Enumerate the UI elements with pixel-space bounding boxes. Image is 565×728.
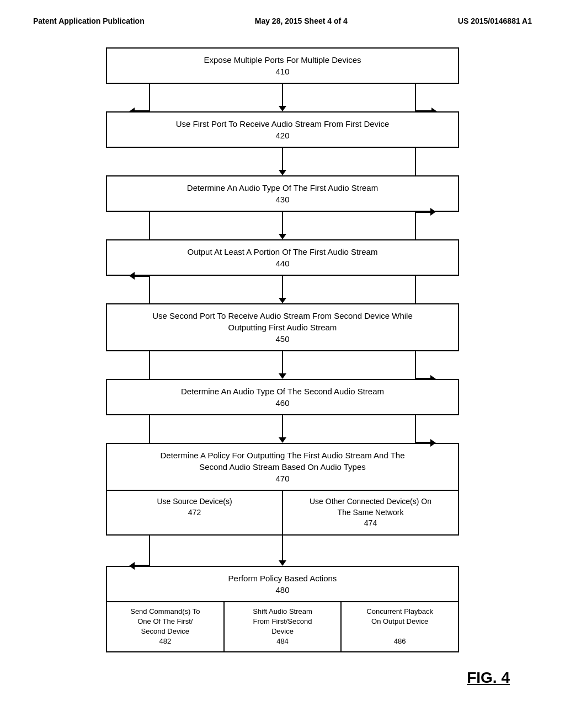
arrow-410-420 [106, 84, 459, 111]
arrow-470-480 [106, 536, 459, 566]
box-460: Determine An Audio Type Of The Second Au… [106, 379, 459, 415]
box-480-top: Perform Policy Based Actions 480 [107, 567, 458, 602]
box-470: Determine A Policy For Outputting The Fi… [106, 443, 459, 536]
box-410-row: Expose Multiple Ports For Multiple Devic… [106, 47, 459, 84]
box-472: Use Source Device(s) 472 [107, 491, 283, 534]
box-486: Concurrent Playback On Output Device 486 [342, 602, 458, 651]
arrow-460-470 [106, 415, 459, 443]
fig-label: FIG. 4 [33, 669, 532, 687]
arrow-430-440 [106, 212, 459, 239]
box-450: Use Second Port To Receive Audio Stream … [106, 303, 459, 351]
box-450-row: Use Second Port To Receive Audio Stream … [106, 303, 459, 351]
box-480-bottom: Send Command(s) To One Of The First/ Sec… [107, 602, 458, 651]
box-470-top: Determine A Policy For Outputting The Fi… [107, 444, 458, 491]
box-480-row: Perform Policy Based Actions 480 Send Co… [106, 566, 459, 652]
flowchart: Expose Multiple Ports For Multiple Devic… [33, 47, 532, 652]
arrow-450-460 [106, 351, 459, 379]
box-440: Output At Least A Portion Of The First A… [106, 239, 459, 276]
box-430-row: Determine An Audio Type Of The First Aud… [106, 175, 459, 212]
header-left: Patent Application Publication [33, 17, 145, 25]
header-middle: May 28, 2015 Sheet 4 of 4 [255, 17, 348, 25]
box-470-row: Determine A Policy For Outputting The Fi… [106, 443, 459, 536]
box-440-row: Output At Least A Portion Of The First A… [106, 239, 459, 276]
box-470-bottom: Use Source Device(s) 472 Use Other Conne… [107, 491, 458, 534]
box-482: Send Command(s) To One Of The First/ Sec… [107, 602, 225, 651]
arrow-440-450 [106, 276, 459, 303]
box-420: Use First Port To Receive Audio Stream F… [106, 111, 459, 148]
box-460-row: Determine An Audio Type Of The Second Au… [106, 379, 459, 415]
box-410: Expose Multiple Ports For Multiple Devic… [106, 47, 459, 84]
box-480: Perform Policy Based Actions 480 Send Co… [106, 566, 459, 652]
box-420-row: Use First Port To Receive Audio Stream F… [106, 111, 459, 148]
page: Patent Application Publication May 28, 2… [0, 0, 565, 728]
box-474: Use Other Connected Device(s) On The Sam… [283, 491, 458, 534]
patent-header: Patent Application Publication May 28, 2… [33, 17, 532, 25]
box-430: Determine An Audio Type Of The First Aud… [106, 175, 459, 212]
header-right: US 2015/0146881 A1 [458, 17, 532, 25]
box-484: Shift Audio Stream From First/Second Dev… [225, 602, 342, 651]
arrow-420-430 [106, 148, 459, 175]
